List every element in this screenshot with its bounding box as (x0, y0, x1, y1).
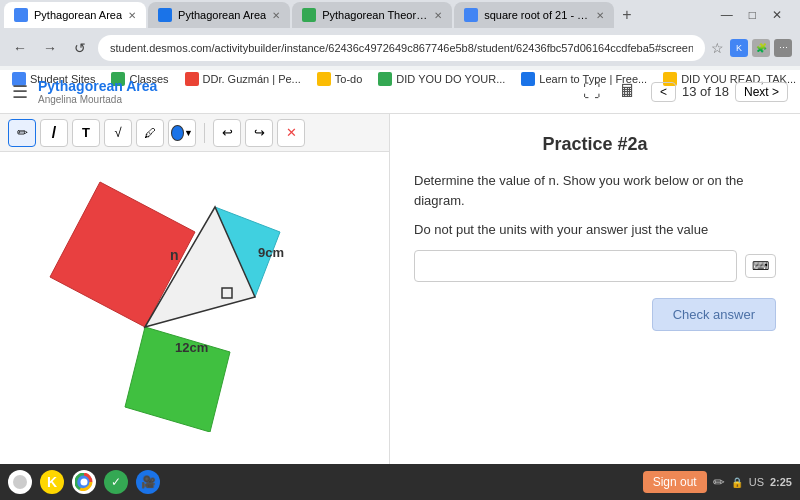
hamburger-menu-button[interactable]: ☰ (12, 81, 28, 103)
bookmark-icon-4 (317, 72, 331, 86)
tab-1[interactable]: Pythagorean Area ✕ (4, 2, 146, 28)
calculator-button[interactable]: 🖩 (615, 77, 641, 106)
check-answer-button[interactable]: Check answer (652, 298, 776, 331)
tab-4[interactable]: square root of 21 - Google Sear... ✕ (454, 2, 614, 28)
answer-input[interactable] (414, 250, 737, 282)
tab-3[interactable]: Pythagorean Theorem Calculator ✕ (292, 2, 452, 28)
prev-page-button[interactable]: < (651, 82, 676, 102)
reload-button[interactable]: ↺ (68, 36, 92, 60)
minimize-button[interactable]: — (715, 6, 739, 24)
svg-point-9 (13, 475, 27, 489)
tab-close-1[interactable]: ✕ (128, 10, 136, 21)
tab-favicon-2 (158, 8, 172, 22)
answer-row: ⌨ (414, 250, 776, 282)
k-icon[interactable]: K (40, 470, 64, 494)
tab-close-2[interactable]: ✕ (272, 10, 280, 21)
keyboard-button[interactable]: ⌨ (745, 254, 776, 278)
practice-title: Practice #2a (414, 134, 776, 155)
sign-out-button[interactable]: Sign out (643, 471, 707, 493)
tab-close-4[interactable]: ✕ (596, 10, 604, 21)
new-tab-button[interactable]: + (616, 6, 637, 24)
line-tool-button[interactable]: / (40, 119, 68, 147)
bookmark-ddr[interactable]: DDr. Guzmán | Pe... (181, 70, 305, 88)
windows-button[interactable] (8, 470, 32, 494)
bookmark-label-3: DDr. Guzmán | Pe... (203, 73, 301, 85)
svg-text:n: n (170, 247, 179, 263)
bookmark-star-button[interactable]: ☆ (711, 40, 724, 56)
bookmark-icon-3 (185, 72, 199, 86)
instruction-text-1: Determine the value of n. Show you work … (414, 171, 776, 210)
tab-label-3: Pythagorean Theorem Calculator (322, 9, 428, 21)
tab-close-3[interactable]: ✕ (434, 10, 442, 21)
svg-point-11 (81, 479, 88, 486)
ext-icon-1: K (730, 39, 748, 57)
bookmark-icon-5 (378, 72, 392, 86)
taskbar-status: 🔒 US (731, 476, 764, 488)
app-title: Pythagorean Area (38, 78, 157, 94)
math-tool-button[interactable]: √ (104, 119, 132, 147)
bookmark-icon-6 (521, 72, 535, 86)
instruction-text-2: Do not put the units with your answer ju… (414, 220, 776, 240)
app-title-group: Pythagorean Area Angelina Mourtada (38, 78, 157, 105)
taskbar-left: K ✓ 🎥 (8, 470, 635, 494)
redo-button[interactable]: ↪ (245, 119, 273, 147)
pen-tool-button[interactable]: ✏ (8, 119, 36, 147)
tab-favicon-4 (464, 8, 478, 22)
pagination: < 13 of 18 Next > (651, 82, 788, 102)
close-window-button[interactable]: ✕ (766, 6, 788, 24)
taskbar-time: 2:25 (770, 476, 792, 488)
drawing-toolbar: ✏ / T √ 🖊 ▼ ↩ ↪ ✕ (0, 114, 389, 152)
app-subtitle: Angelina Mourtada (38, 94, 157, 105)
bookmark-label-5: DID YOU DO YOUR... (396, 73, 505, 85)
diagram-svg: n 9cm 12cm (0, 152, 320, 432)
ext-icon-2: 🧩 (752, 39, 770, 57)
tab-label-4: square root of 21 - Google Sear... (484, 9, 590, 21)
tab-label-2: Pythagorean Area (178, 9, 266, 21)
taskbar: K ✓ 🎥 Sign out ✏ 🔒 US 2:25 (0, 464, 800, 500)
color-selector[interactable]: ▼ (168, 119, 196, 147)
right-panel: Practice #2a Determine the value of n. S… (390, 114, 800, 500)
us-status: US (749, 476, 764, 488)
bookmark-todo[interactable]: To-do (313, 70, 367, 88)
tab-2[interactable]: Pythagorean Area ✕ (148, 2, 290, 28)
forward-button[interactable]: → (38, 36, 62, 60)
toolbar-separator (204, 123, 205, 143)
taskbar-right: Sign out ✏ 🔒 US 2:25 (643, 471, 792, 493)
svg-text:9cm: 9cm (258, 245, 284, 260)
svg-text:12cm: 12cm (175, 340, 208, 355)
drawing-panel: ✏ / T √ 🖊 ▼ ↩ ↪ ✕ (0, 114, 390, 500)
bookmark-did-you[interactable]: DID YOU DO YOUR... (374, 70, 509, 88)
blue-icon[interactable]: 🎥 (136, 470, 160, 494)
main-content: ✏ / T √ 🖊 ▼ ↩ ↪ ✕ (0, 114, 800, 500)
canvas-area[interactable]: n 9cm 12cm (0, 152, 389, 500)
bookmark-label-4: To-do (335, 73, 363, 85)
next-page-button[interactable]: Next > (735, 82, 788, 102)
clear-button[interactable]: ✕ (277, 119, 305, 147)
tab-label-1: Pythagorean Area (34, 9, 122, 21)
back-button[interactable]: ← (8, 36, 32, 60)
chrome-icon[interactable] (72, 470, 96, 494)
text-tool-button[interactable]: T (72, 119, 100, 147)
maximize-button[interactable]: □ (743, 6, 762, 24)
undo-button[interactable]: ↩ (213, 119, 241, 147)
pencil-icon: ✏ (713, 474, 725, 490)
fullscreen-button[interactable]: ⛶ (579, 77, 605, 106)
address-bar[interactable] (98, 35, 705, 61)
tab-favicon-3 (302, 8, 316, 22)
highlighter-tool-button[interactable]: 🖊 (136, 119, 164, 147)
ext-icon-3: ⋯ (774, 39, 792, 57)
page-indicator: 13 of 18 (682, 84, 729, 99)
green-shield-icon[interactable]: ✓ (104, 470, 128, 494)
tab-favicon-1 (14, 8, 28, 22)
